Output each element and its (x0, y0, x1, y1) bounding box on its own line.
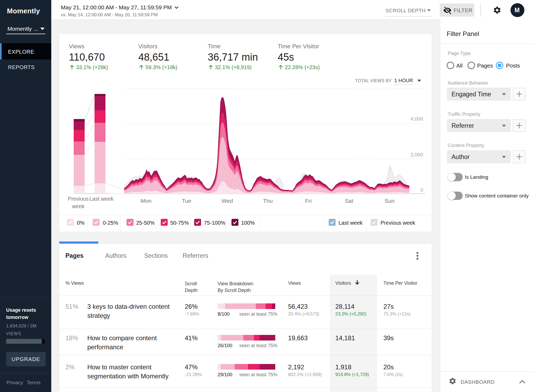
svg-text:Fri: Fri (305, 198, 312, 204)
svg-text:Tue: Tue (182, 198, 191, 204)
svg-text:week: week (72, 203, 85, 209)
svg-text:Sat: Sat (345, 198, 353, 204)
svg-text:2,000: 2,000 (410, 152, 423, 157)
svg-text:Wed: Wed (222, 198, 233, 204)
svg-text:0: 0 (420, 187, 423, 193)
svg-text:Last week: Last week (89, 196, 114, 202)
svg-text:Previous: Previous (68, 196, 89, 202)
svg-text:4,000: 4,000 (410, 116, 423, 122)
svg-text:Sun: Sun (384, 198, 394, 204)
svg-text:Mon: Mon (141, 198, 152, 204)
svg-text:Thu: Thu (263, 198, 273, 204)
